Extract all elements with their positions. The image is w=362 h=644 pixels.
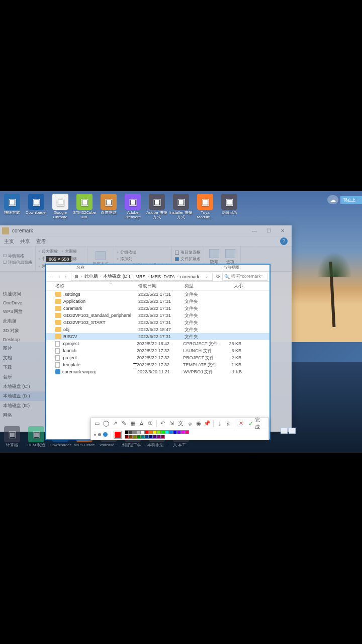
number-tool[interactable]: ① [146,420,154,428]
nav-item[interactable]: 音乐 [0,372,45,382]
tab-home[interactable]: 主页 [4,238,14,245]
nav-up-button[interactable]: ↑ [62,273,69,280]
file-row[interactable]: GD32VF103_START2022/5/22 17:31文件夹 [46,319,269,326]
file-row[interactable]: .settings2022/5/22 17:31文件夹 [46,291,269,298]
color-swatch[interactable] [137,435,141,439]
color-swatch[interactable] [165,430,169,434]
file-row[interactable]: Application2022/5/22 17:31文件夹 [46,298,269,305]
desktop-icon[interactable]: ▣DFM 制造 [24,426,48,448]
col-type[interactable]: 类型 [185,283,224,289]
desktop-icon[interactable]: ▣计算器 [0,426,24,448]
file-row[interactable]: obj2022/5/22 18:47文件夹 [46,326,269,333]
breadcrumbs[interactable]: 🖥› 此电脑› 本地磁盘 (D:)› MRS› MRS_DATA› corema… [71,273,213,281]
addr-dropdown-icon[interactable]: ⌄ [204,274,210,279]
details-pane-toggle[interactable]: ☐ 详细信息窗格 [3,260,32,265]
translate-button[interactable]: 文 [176,420,185,428]
color-swatch[interactable] [161,430,165,434]
color-swatch[interactable] [141,435,145,439]
color-swatch[interactable] [161,435,165,439]
desktop-icon[interactable]: ▣STM32Cube MX [72,194,97,220]
desktop-icon[interactable]: ▣Downloader [24,194,48,220]
desktop-icon[interactable]: ▣百度网盘 [97,194,121,220]
arrow-tool[interactable]: ↗ [111,420,119,428]
file-row[interactable]: coremark2022/5/22 17:31文件夹 [46,305,269,312]
nav-item[interactable]: 图片 [0,344,45,353]
color-swatch[interactable] [125,430,129,434]
close-button[interactable]: ✕ [276,226,290,236]
file-row[interactable]: RISCV2022/5/22 17:31文件夹 [46,333,269,340]
tab-view[interactable]: 查看 [36,238,46,245]
color-swatch[interactable] [145,435,149,439]
crumb-root-icon[interactable]: 🖥 [73,274,80,279]
nav-item[interactable]: OneDrive [0,299,45,307]
ocr-button[interactable]: ⨳ [186,420,194,428]
cancel-button[interactable]: ✕ [237,420,245,428]
desktop-icon[interactable]: ▣Google Chrome [48,194,72,220]
nav-item[interactable]: Desktop [0,336,45,344]
file-row[interactable]: coremark.wvproj2022/5/20 11:21WVPROJ 文件1… [46,368,269,375]
desktop-icon[interactable]: ▣Installer 快捷方式 [169,194,193,220]
col-size[interactable]: 大小 [224,283,246,289]
minimize-button[interactable]: — [247,226,261,236]
color-swatch[interactable] [129,435,133,439]
color-swatch[interactable] [157,435,161,439]
color-swatch[interactable] [137,430,141,434]
crumb-0[interactable]: 此电脑 [83,273,99,280]
search-input[interactable]: 🔍 搜索"coremark" [222,273,267,281]
maximize-button[interactable]: ☐ [261,226,276,236]
file-row[interactable]: .project2022/5/22 17:32PROJECT 文件2 KB [46,354,269,361]
color-swatch[interactable] [141,430,145,434]
color-swatch[interactable] [169,430,173,434]
nav-item[interactable]: 快速访问 [0,289,45,299]
file-row[interactable]: GD32VF103_standard_peripheral2022/5/22 1… [46,312,269,319]
color-swatch[interactable] [133,435,137,439]
long-shot-button[interactable]: ⇲ [168,420,176,428]
view-toggle-large[interactable] [289,428,296,434]
nav-item[interactable]: 文档 [0,353,45,363]
activate-button[interactable]: 现在上... [340,196,362,204]
color-swatch[interactable] [133,430,137,434]
pen-tool[interactable]: ✎ [120,420,128,428]
help-button[interactable]: ? [280,237,288,245]
nav-item[interactable]: 3D 对象 [0,326,45,336]
desktop-icon[interactable]: ▣Tuya Module... [193,194,217,220]
nav-item[interactable]: 下载 [0,363,45,372]
brush-medium[interactable] [98,433,101,436]
desktop-icon[interactable]: ▣Adobe 快捷方式 [145,194,169,220]
record-button[interactable]: ◉ [195,420,203,428]
nav-item[interactable]: 本地磁盘 (D:) [0,391,45,401]
nav-item[interactable]: WPS网盘 [0,307,45,316]
copy-button[interactable]: ⎘ [225,420,233,428]
col-date[interactable]: 修改日期 [138,283,185,289]
color-swatch[interactable] [153,435,157,439]
color-swatch[interactable] [153,430,157,434]
pin-button[interactable]: 📌 [204,420,212,428]
color-swatch[interactable] [173,430,177,434]
file-row[interactable]: .template2022/5/22 17:32TEMPLATE 文件1 KB [46,361,269,368]
done-button[interactable]: ✓完成 [246,417,266,431]
ellipse-tool[interactable]: ◯ [102,420,110,428]
current-color[interactable] [114,431,121,438]
crumb-2[interactable]: MRS [135,274,147,279]
nav-item[interactable]: 网络 [0,411,45,420]
text-tool[interactable]: A [138,420,146,428]
color-swatch[interactable] [129,430,133,434]
refresh-button[interactable]: ⟳ [214,274,222,279]
nav-pane-toggle[interactable]: ☐ 导航窗格 [3,253,32,259]
color-swatch[interactable] [145,430,149,434]
crumb-3[interactable]: MRS_DATA [150,274,176,279]
nav-back-button[interactable]: ← [48,273,55,280]
nav-item[interactable]: 本地磁盘 (C:) [0,382,45,391]
color-swatch[interactable] [149,430,153,434]
color-swatch[interactable] [181,430,185,434]
view-toggle-details[interactable] [281,428,288,434]
crumb-4[interactable]: coremark [179,274,201,279]
nav-pane[interactable]: 快速访问OneDriveWPS网盘此电脑3D 对象Desktop图片文档下载音乐… [0,272,45,431]
file-list[interactable]: 名称⌃ 修改日期 类型 大小 .settings2022/5/22 17:31文… [46,282,269,375]
color-swatch[interactable] [149,435,153,439]
col-name[interactable]: 名称⌃ [55,283,138,289]
desktop-icon[interactable]: ▣快捷方式 [0,194,24,220]
tab-share[interactable]: 共享 [20,238,30,245]
brush-small[interactable] [94,434,96,436]
undo-button[interactable]: ↶ [159,420,167,428]
